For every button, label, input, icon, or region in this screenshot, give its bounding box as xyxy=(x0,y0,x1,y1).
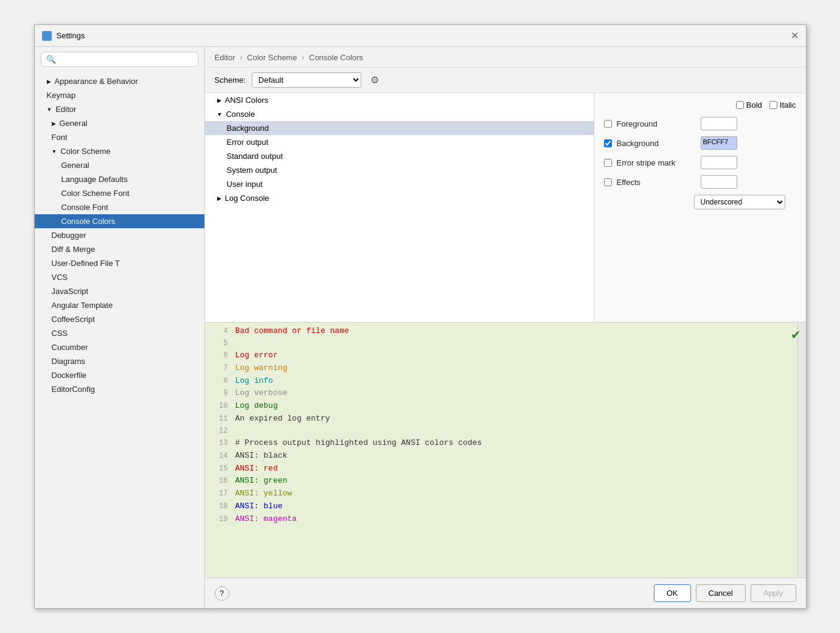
sidebar-item-editorconfig[interactable]: EditorConfig xyxy=(35,382,204,396)
sidebar-item-user-defined[interactable]: User-Defined File T xyxy=(35,256,204,270)
scheme-select[interactable]: Default xyxy=(252,72,361,88)
effects-checkbox[interactable] xyxy=(604,178,612,186)
breadcrumb-sep1: › xyxy=(240,53,245,62)
code-text: ANSI: blue xyxy=(235,500,283,513)
sidebar-item-lang-defaults[interactable]: Language Defaults xyxy=(35,172,204,186)
background-label: Background xyxy=(617,139,696,148)
sidebar-item-dockerfile[interactable]: Dockerfile xyxy=(35,368,204,382)
error-stripe-checkbox[interactable] xyxy=(604,159,612,167)
scheme-gear-button[interactable]: ⚙ xyxy=(367,73,382,88)
sidebar-item-editor[interactable]: ▼ Editor xyxy=(35,102,204,116)
cancel-button[interactable]: Cancel xyxy=(696,584,746,602)
close-button[interactable]: ✕ xyxy=(791,31,799,41)
scheme-label: Scheme: xyxy=(215,75,246,85)
code-line-19: 19 ANSI: magenta xyxy=(205,513,797,526)
sidebar-item-color-scheme[interactable]: ▼ Color Scheme xyxy=(35,144,204,158)
apply-button[interactable]: Apply xyxy=(751,584,796,602)
expand-icon: ▼ xyxy=(217,111,223,117)
tree-item-system-output[interactable]: System output xyxy=(205,163,594,177)
sidebar-item-diagrams[interactable]: Diagrams xyxy=(35,354,204,368)
tree-item-label: Error output xyxy=(227,138,269,147)
line-num: 17 xyxy=(210,488,228,500)
line-num: 7 xyxy=(210,363,228,374)
tree-item-log-console[interactable]: ▶ Log Console xyxy=(205,191,594,205)
code-text: ANSI: black xyxy=(235,450,288,463)
sidebar-item-css[interactable]: CSS xyxy=(35,326,204,340)
sidebar-item-cs-font[interactable]: Color Scheme Font xyxy=(35,186,204,200)
code-line-8: 8 Log info xyxy=(205,375,797,388)
search-box[interactable]: 🔍 xyxy=(41,52,198,67)
tree-item-standard-output[interactable]: Standard output xyxy=(205,149,594,163)
sidebar-tree: ▶ Appearance & Behavior Keymap ▼ Editor … xyxy=(35,72,204,608)
sidebar-item-label: Debugger xyxy=(52,231,86,240)
expand-icon: ▶ xyxy=(52,121,56,127)
foreground-row: Foreground xyxy=(604,117,796,130)
line-num: 14 xyxy=(210,450,228,462)
effects-row: Effects xyxy=(604,175,796,189)
error-stripe-color-box[interactable] xyxy=(701,156,737,169)
background-color-box[interactable]: BFCFF7 xyxy=(701,136,737,150)
sidebar-item-console-colors[interactable]: Console Colors xyxy=(35,214,204,228)
bold-checkbox[interactable] xyxy=(736,101,744,109)
sidebar-item-vcs[interactable]: VCS xyxy=(35,270,204,284)
line-num: 13 xyxy=(210,438,228,449)
sidebar-item-label: User-Defined File T xyxy=(52,259,120,268)
search-input[interactable] xyxy=(58,55,193,64)
sidebar-item-font[interactable]: Font xyxy=(35,130,204,144)
sidebar-item-appearance[interactable]: ▶ Appearance & Behavior xyxy=(35,74,204,88)
line-num: 11 xyxy=(210,413,228,425)
tree-panel: ▶ ANSI Colors ▼ Console Background Error xyxy=(205,93,594,322)
code-line-16: 16 ANSI: green xyxy=(205,475,797,488)
sidebar-item-coffeescript[interactable]: CoffeeScript xyxy=(35,312,204,326)
tree-item-ansi-colors[interactable]: ▶ ANSI Colors xyxy=(205,93,594,107)
code-text: Log verbose xyxy=(235,387,288,400)
code-line-11: 11 An expired log entry xyxy=(205,413,797,425)
foreground-checkbox[interactable] xyxy=(604,120,612,128)
line-num: 9 xyxy=(210,388,228,399)
sidebar-item-label: Console Colors xyxy=(61,217,116,226)
scheme-bar: Scheme: Default ⚙ xyxy=(205,68,806,93)
tree-item-console[interactable]: ▼ Console xyxy=(205,107,594,121)
settings-window: Settings ✕ 🔍 ▶ Appearance & Behavior Key… xyxy=(34,24,807,609)
sidebar-item-keymap[interactable]: Keymap xyxy=(35,88,204,102)
line-num: 5 xyxy=(210,338,228,349)
preview-scrollbar[interactable] xyxy=(797,323,806,578)
italic-checkbox[interactable] xyxy=(769,101,777,109)
bottom-bar: ? OK Cancel Apply xyxy=(205,578,806,608)
sidebar-item-javascript[interactable]: JavaScript xyxy=(35,284,204,298)
code-line-5: 5 xyxy=(205,338,797,349)
tree-item-user-input[interactable]: User input xyxy=(205,177,594,191)
effects-type-select[interactable]: Underscored Bold underscored Dotted line… xyxy=(694,195,785,209)
sidebar-item-diff-merge[interactable]: Diff & Merge xyxy=(35,242,204,256)
effects-color-box[interactable] xyxy=(701,175,737,189)
line-num: 4 xyxy=(210,326,228,337)
code-line-15: 15 ANSI: red xyxy=(205,463,797,475)
search-icon: 🔍 xyxy=(46,55,56,64)
sidebar-item-angular[interactable]: Angular Template xyxy=(35,298,204,312)
title-bar: Settings ✕ xyxy=(35,25,806,47)
sidebar-item-console-font[interactable]: Console Font xyxy=(35,200,204,214)
foreground-color-box[interactable] xyxy=(701,117,737,130)
code-text: Log error xyxy=(235,349,278,362)
sidebar-item-cs-general[interactable]: General xyxy=(35,158,204,172)
background-checkbox[interactable] xyxy=(604,139,612,147)
tree-item-label: System output xyxy=(227,166,277,175)
tree-item-label: Background xyxy=(227,124,269,133)
bold-label[interactable]: Bold xyxy=(736,100,762,110)
tree-item-background[interactable]: Background xyxy=(205,121,594,135)
preview-panel: 4 Bad command or file name 5 6 Log error… xyxy=(205,322,806,578)
sidebar-item-debugger[interactable]: Debugger xyxy=(35,228,204,242)
sidebar-item-general[interactable]: ▶ General xyxy=(35,116,204,130)
code-text: Log debug xyxy=(235,400,278,413)
sidebar-item-cucumber[interactable]: Cucumber xyxy=(35,340,204,354)
code-line-14: 14 ANSI: black xyxy=(205,450,797,463)
italic-label[interactable]: Italic xyxy=(769,100,796,110)
code-line-6: 6 Log error xyxy=(205,349,797,362)
ok-button[interactable]: OK xyxy=(654,584,691,602)
expand-icon: ▶ xyxy=(217,195,221,201)
tree-item-error-output[interactable]: Error output xyxy=(205,135,594,149)
line-num: 18 xyxy=(210,501,228,512)
sidebar-item-label: Appearance & Behavior xyxy=(55,77,138,86)
sidebar-item-label: Font xyxy=(52,133,68,142)
help-button[interactable]: ? xyxy=(215,586,229,601)
